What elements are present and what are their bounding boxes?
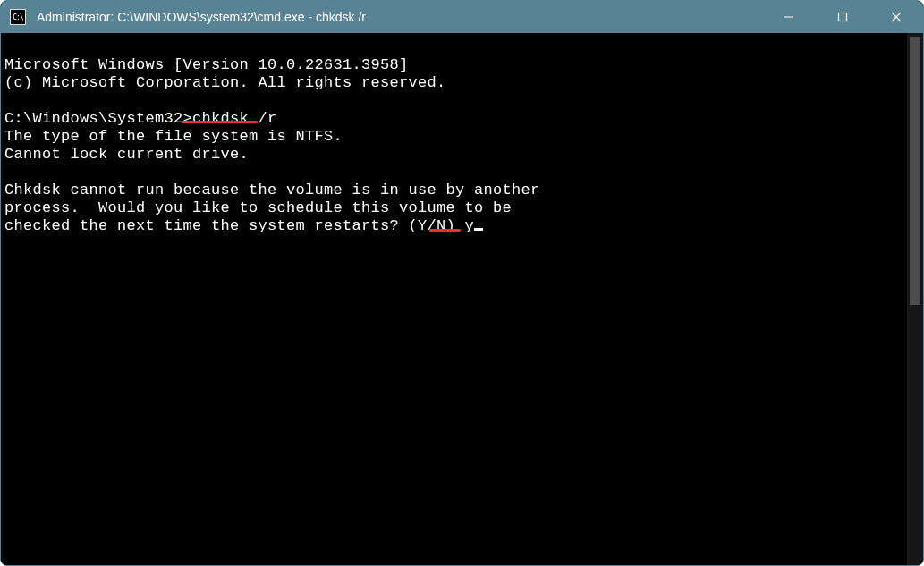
window-title: Administrator: C:\WINDOWS\system32\cmd.e… — [37, 10, 762, 24]
minimize-icon — [784, 12, 794, 22]
cmd-window: C:\ Administrator: C:\WINDOWS\system32\c… — [0, 0, 924, 566]
output-line — [4, 164, 907, 182]
maximize-icon — [837, 12, 848, 22]
maximize-button[interactable] — [816, 1, 869, 33]
prompt-text: C:\Windows\System32> — [4, 110, 192, 127]
text-cursor — [474, 228, 483, 231]
svg-rect-1 — [839, 13, 847, 21]
titlebar[interactable]: C:\ Administrator: C:\WINDOWS\system32\c… — [1, 1, 923, 33]
annotation-underline — [182, 121, 258, 123]
cmd-icon: C:\ — [10, 9, 26, 25]
command-text: chkdsk /r — [192, 110, 277, 127]
close-button[interactable] — [869, 1, 923, 33]
output-line: C:\Windows\System32>chkdsk /r — [4, 110, 907, 128]
close-icon — [891, 12, 902, 22]
output-line: The type of the file system is NTFS. — [4, 128, 907, 146]
console-body: Microsoft Windows [Version 10.0.22631.39… — [1, 33, 923, 565]
minimize-button[interactable] — [762, 1, 816, 33]
user-input: y — [465, 217, 475, 234]
vertical-scrollbar[interactable] — [907, 33, 923, 565]
annotation-underline — [429, 229, 461, 232]
console-output[interactable]: Microsoft Windows [Version 10.0.22631.39… — [1, 33, 907, 565]
scrollbar-thumb[interactable] — [910, 37, 920, 305]
output-line — [4, 92, 907, 110]
output-line: process. Would you like to schedule this… — [4, 199, 907, 217]
window-controls — [762, 1, 923, 33]
output-line: checked the next time the system restart… — [4, 217, 907, 235]
prompt-question: checked the next time the system restart… — [4, 217, 465, 234]
output-line: Cannot lock current drive. — [4, 146, 907, 164]
output-line: (c) Microsoft Corporation. All rights re… — [4, 74, 907, 92]
output-line: Microsoft Windows [Version 10.0.22631.39… — [4, 56, 907, 74]
output-line: Chkdsk cannot run because the volume is … — [4, 182, 907, 199]
